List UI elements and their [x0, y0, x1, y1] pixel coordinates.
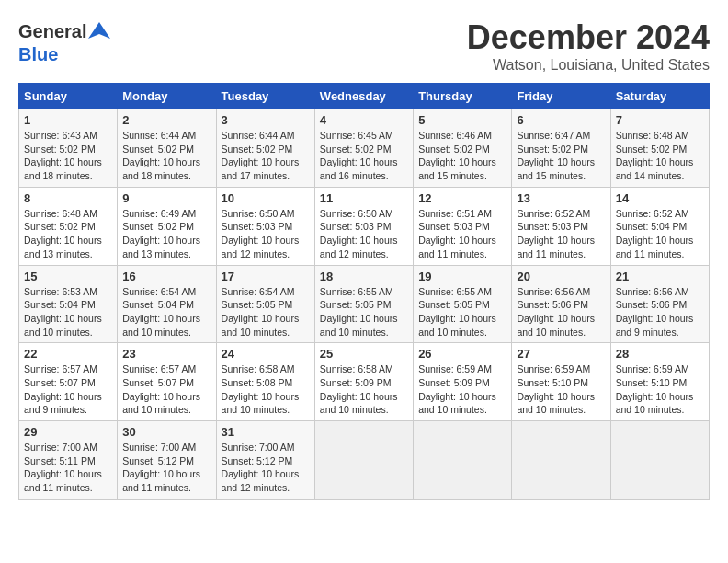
day-number: 10	[222, 191, 310, 205]
day-info: Sunrise: 6:55 AM Sunset: 5:05 PM Dayligh…	[320, 285, 408, 339]
calendar-cell: 16Sunrise: 6:54 AM Sunset: 5:04 PM Dayli…	[118, 265, 216, 343]
calendar-cell: 29Sunrise: 7:00 AM Sunset: 5:11 PM Dayli…	[19, 421, 118, 500]
day-info: Sunrise: 6:50 AM Sunset: 5:03 PM Dayligh…	[222, 207, 310, 261]
day-info: Sunrise: 6:54 AM Sunset: 5:05 PM Dayligh…	[222, 285, 310, 339]
calendar-cell: 21Sunrise: 6:56 AM Sunset: 5:06 PM Dayli…	[610, 265, 709, 343]
header-sunday: Sunday	[19, 84, 118, 109]
day-number: 22	[24, 347, 112, 361]
title-area: December 2024 Watson, Louisiana, United …	[467, 18, 710, 74]
header-monday: Monday	[118, 84, 216, 109]
day-number: 18	[320, 270, 408, 283]
day-number: 23	[122, 347, 210, 361]
day-number: 19	[418, 270, 506, 283]
day-info: Sunrise: 6:48 AM Sunset: 5:02 PM Dayligh…	[616, 129, 704, 183]
calendar-cell: 3Sunrise: 6:44 AM Sunset: 5:02 PM Daylig…	[216, 109, 314, 188]
logo: General Blue	[18, 18, 112, 65]
calendar-cell: 27Sunrise: 6:59 AM Sunset: 5:10 PM Dayli…	[512, 343, 610, 421]
header-tuesday: Tuesday	[216, 84, 314, 109]
day-info: Sunrise: 6:53 AM Sunset: 5:04 PM Dayligh…	[24, 285, 112, 339]
day-number: 16	[122, 270, 210, 283]
calendar-week-row: 22Sunrise: 6:57 AM Sunset: 5:07 PM Dayli…	[19, 343, 710, 421]
header-thursday: Thursday	[414, 84, 512, 109]
logo-blue-text: Blue	[18, 44, 58, 64]
day-info: Sunrise: 6:54 AM Sunset: 5:04 PM Dayligh…	[122, 285, 210, 339]
day-info: Sunrise: 6:59 AM Sunset: 5:10 PM Dayligh…	[616, 362, 704, 417]
day-info: Sunrise: 6:43 AM Sunset: 5:02 PM Dayligh…	[24, 129, 112, 183]
day-number: 12	[418, 191, 506, 205]
calendar-cell: 2Sunrise: 6:44 AM Sunset: 5:02 PM Daylig…	[118, 109, 216, 188]
day-number: 5	[418, 113, 506, 127]
day-number: 17	[222, 270, 310, 283]
day-info: Sunrise: 6:44 AM Sunset: 5:02 PM Dayligh…	[122, 129, 210, 183]
calendar-cell: 9Sunrise: 6:49 AM Sunset: 5:02 PM Daylig…	[118, 187, 216, 265]
day-info: Sunrise: 6:56 AM Sunset: 5:06 PM Dayligh…	[517, 285, 605, 339]
location-subtitle: Watson, Louisiana, United States	[467, 57, 710, 74]
calendar-cell: 18Sunrise: 6:55 AM Sunset: 5:05 PM Dayli…	[314, 265, 413, 343]
day-number: 21	[616, 270, 704, 283]
calendar-cell: 13Sunrise: 6:52 AM Sunset: 5:03 PM Dayli…	[512, 187, 610, 265]
calendar-cell: 22Sunrise: 6:57 AM Sunset: 5:07 PM Dayli…	[19, 343, 118, 421]
day-number: 25	[320, 347, 408, 361]
day-info: Sunrise: 6:55 AM Sunset: 5:05 PM Dayligh…	[418, 285, 506, 339]
calendar-cell: 28Sunrise: 6:59 AM Sunset: 5:10 PM Dayli…	[610, 343, 709, 421]
calendar-week-row: 8Sunrise: 6:48 AM Sunset: 5:02 PM Daylig…	[19, 187, 710, 265]
calendar-table: SundayMondayTuesdayWednesdayThursdayFrid…	[18, 83, 710, 500]
day-info: Sunrise: 6:48 AM Sunset: 5:02 PM Dayligh…	[24, 207, 112, 261]
day-info: Sunrise: 6:59 AM Sunset: 5:09 PM Dayligh…	[418, 362, 506, 417]
calendar-cell: 26Sunrise: 6:59 AM Sunset: 5:09 PM Dayli…	[414, 343, 512, 421]
calendar-cell: 10Sunrise: 6:50 AM Sunset: 5:03 PM Dayli…	[216, 187, 314, 265]
day-info: Sunrise: 7:00 AM Sunset: 5:11 PM Dayligh…	[24, 441, 112, 495]
day-info: Sunrise: 6:52 AM Sunset: 5:04 PM Dayligh…	[616, 207, 704, 261]
calendar-cell: 31Sunrise: 7:00 AM Sunset: 5:12 PM Dayli…	[216, 421, 314, 500]
calendar-cell: 25Sunrise: 6:58 AM Sunset: 5:09 PM Dayli…	[314, 343, 413, 421]
day-info: Sunrise: 6:56 AM Sunset: 5:06 PM Dayligh…	[616, 285, 704, 339]
day-info: Sunrise: 6:47 AM Sunset: 5:02 PM Dayligh…	[517, 129, 605, 183]
day-info: Sunrise: 6:51 AM Sunset: 5:03 PM Dayligh…	[418, 207, 506, 261]
day-number: 9	[122, 191, 210, 205]
day-number: 11	[320, 191, 408, 205]
header: General Blue December 2024 Watson, Louis…	[18, 18, 710, 74]
calendar-cell: 24Sunrise: 6:58 AM Sunset: 5:08 PM Dayli…	[216, 343, 314, 421]
calendar-cell: 1Sunrise: 6:43 AM Sunset: 5:02 PM Daylig…	[19, 109, 118, 188]
calendar-week-row: 1Sunrise: 6:43 AM Sunset: 5:02 PM Daylig…	[19, 109, 710, 188]
day-number: 27	[517, 347, 605, 361]
month-title: December 2024	[467, 18, 710, 57]
calendar-cell: 20Sunrise: 6:56 AM Sunset: 5:06 PM Dayli…	[512, 265, 610, 343]
day-info: Sunrise: 6:57 AM Sunset: 5:07 PM Dayligh…	[122, 362, 210, 417]
day-number: 26	[418, 347, 506, 361]
svg-marker-0	[88, 22, 110, 39]
day-info: Sunrise: 7:00 AM Sunset: 5:12 PM Dayligh…	[222, 441, 310, 495]
header-saturday: Saturday	[610, 84, 709, 109]
calendar-week-row: 29Sunrise: 7:00 AM Sunset: 5:11 PM Dayli…	[19, 421, 710, 500]
day-number: 6	[517, 113, 605, 127]
header-wednesday: Wednesday	[314, 84, 413, 109]
day-info: Sunrise: 7:00 AM Sunset: 5:12 PM Dayligh…	[122, 441, 210, 495]
day-number: 2	[122, 113, 210, 127]
day-info: Sunrise: 6:49 AM Sunset: 5:02 PM Dayligh…	[122, 207, 210, 261]
header-friday: Friday	[512, 84, 610, 109]
day-info: Sunrise: 6:58 AM Sunset: 5:08 PM Dayligh…	[222, 362, 310, 417]
day-number: 20	[517, 270, 605, 283]
calendar-cell: 14Sunrise: 6:52 AM Sunset: 5:04 PM Dayli…	[610, 187, 709, 265]
day-info: Sunrise: 6:45 AM Sunset: 5:02 PM Dayligh…	[320, 129, 408, 183]
day-number: 3	[222, 113, 310, 127]
calendar-cell: 23Sunrise: 6:57 AM Sunset: 5:07 PM Dayli…	[118, 343, 216, 421]
day-info: Sunrise: 6:50 AM Sunset: 5:03 PM Dayligh…	[320, 207, 408, 261]
calendar-cell: 7Sunrise: 6:48 AM Sunset: 5:02 PM Daylig…	[610, 109, 709, 188]
day-number: 7	[616, 113, 704, 127]
calendar-cell: 6Sunrise: 6:47 AM Sunset: 5:02 PM Daylig…	[512, 109, 610, 188]
day-number: 13	[517, 191, 605, 205]
day-number: 29	[24, 425, 112, 439]
calendar-cell: 4Sunrise: 6:45 AM Sunset: 5:02 PM Daylig…	[314, 109, 413, 188]
calendar-cell: 8Sunrise: 6:48 AM Sunset: 5:02 PM Daylig…	[19, 187, 118, 265]
day-number: 31	[222, 425, 310, 439]
day-info: Sunrise: 6:58 AM Sunset: 5:09 PM Dayligh…	[320, 362, 408, 417]
calendar-cell: 15Sunrise: 6:53 AM Sunset: 5:04 PM Dayli…	[19, 265, 118, 343]
day-number: 4	[320, 113, 408, 127]
calendar-cell: 19Sunrise: 6:55 AM Sunset: 5:05 PM Dayli…	[414, 265, 512, 343]
calendar-header-row: SundayMondayTuesdayWednesdayThursdayFrid…	[19, 84, 710, 109]
day-info: Sunrise: 6:52 AM Sunset: 5:03 PM Dayligh…	[517, 207, 605, 261]
day-info: Sunrise: 6:46 AM Sunset: 5:02 PM Dayligh…	[418, 129, 506, 183]
logo-general-text: General	[18, 21, 86, 42]
day-number: 15	[24, 270, 112, 283]
